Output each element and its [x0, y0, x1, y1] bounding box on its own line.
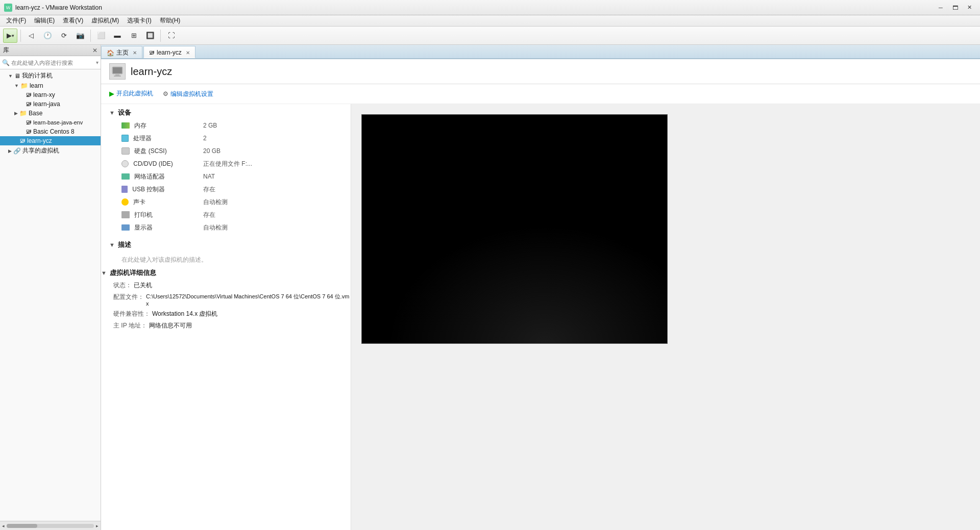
vm-title-area: learn-ycz [101, 59, 980, 84]
sidebar-search-bar: 🔍 ▾ [0, 56, 101, 69]
vm-body: ▼ 设备 内存 2 GB [101, 104, 980, 531]
folder-icon: 📁 [19, 110, 27, 117]
sidebar-scrollbar: ◂ ▸ [0, 521, 101, 530]
scroll-thumb[interactable] [7, 524, 37, 528]
scroll-left-arrow[interactable]: ◂ [2, 523, 5, 528]
sidebar-item-basic-centos-8[interactable]: ▶ 🖳 Basic Centos 8 [0, 127, 101, 136]
toolbar-view2[interactable]: ▬ [110, 29, 125, 43]
toolbar-separator-1 [20, 30, 21, 42]
search-dropdown-icon[interactable]: ▾ [96, 60, 99, 65]
tab-learn-ycz-close[interactable]: ✕ [186, 50, 190, 56]
expand-arrow: ▼ [14, 83, 19, 88]
toolbar-view4[interactable]: 🔲 [143, 29, 157, 43]
vm-detail-header[interactable]: ▼ 虚拟机详细信息 [101, 268, 351, 280]
memory-icon [121, 122, 130, 129]
tab-home-close[interactable]: ✕ [133, 50, 137, 56]
sidebar-item-base[interactable]: ▶ 📁 Base [0, 109, 101, 118]
titlebar-left: W learn-ycz - VMware Workstation [4, 4, 102, 12]
play-dropdown-icon: ▾ [12, 33, 14, 38]
toolbar-back[interactable]: ◁ [24, 29, 38, 43]
tree-label: learn-ycz [27, 137, 52, 144]
device-name-sound: 声卡 [133, 198, 145, 206]
sidebar-item-learn-java[interactable]: ▶ 🖳 learn-java [0, 99, 101, 109]
device-name-disk: 硬盘 (SCSI) [134, 147, 166, 155]
sidebar-item-learn[interactable]: ▼ 📁 learn [0, 81, 101, 90]
sidebar-item-learn-ycz[interactable]: ▶ 🖳 learn-ycz [0, 136, 101, 145]
menu-edit[interactable]: 编辑(E) [30, 15, 59, 26]
toolbar-snapshot2[interactable]: 📷 [73, 29, 87, 43]
toolbar-fullscreen[interactable]: ⛶ [164, 29, 178, 43]
snapshot2-icon: 📷 [76, 32, 85, 39]
sidebar-title: 库 [3, 46, 9, 55]
edit-vm-label: 编辑虚拟机设置 [170, 90, 213, 98]
device-row-sound: 声卡 自动检测 [101, 196, 351, 209]
device-row-disk: 硬盘 (SCSI) 20 GB [101, 145, 351, 158]
tab-learn-ycz[interactable]: 🖳 learn-ycz ✕ [143, 46, 195, 58]
titlebar: W learn-ycz - VMware Workstation ─ 🗖 ✕ [0, 0, 980, 15]
compat-label: 硬件兼容性： [113, 310, 150, 318]
sidebar-item-learn-base-java-env[interactable]: ▶ 🖳 learn-base-java-env [0, 118, 101, 127]
sidebar-item-learn-xy[interactable]: ▶ 🖳 learn-xy [0, 90, 101, 99]
view2-icon: ▬ [114, 32, 120, 39]
network-icon [121, 173, 130, 180]
tree-label: learn-java [33, 100, 60, 108]
sidebar: 库 ✕ 🔍 ▾ ▼ 🖥 我的计算机 ▼ 📁 learn ▶ 🖳 [0, 45, 101, 530]
sidebar-item-my-computer[interactable]: ▼ 🖥 我的计算机 [0, 70, 101, 81]
device-value-disk: 20 GB [183, 145, 351, 158]
menu-vm[interactable]: 虚拟机(M) [87, 15, 123, 26]
expand-arrow: ▼ [8, 73, 13, 79]
toolbar-clock[interactable]: 🕐 [40, 29, 55, 43]
device-value-cpu: 2 [183, 132, 351, 145]
devices-collapse-icon: ▼ [109, 110, 115, 116]
maximize-button[interactable]: 🗖 [948, 3, 962, 13]
tree-label: Base [29, 110, 42, 117]
scroll-right-arrow[interactable]: ▸ [96, 523, 99, 528]
device-panel: ▼ 设备 内存 2 GB [101, 104, 351, 531]
device-value-sound: 自动检测 [183, 196, 351, 209]
device-name-cd: CD/DVD (IDE) [133, 160, 173, 167]
play-button[interactable]: ▶ ▾ [3, 29, 17, 43]
menu-tabs[interactable]: 选项卡(I) [123, 15, 155, 26]
sidebar-item-shared[interactable]: ▶ 🔗 共享的虚拟机 [0, 145, 101, 156]
minimize-button[interactable]: ─ [934, 3, 947, 13]
sidebar-header: 库 ✕ [0, 45, 101, 56]
view4-icon: 🔲 [146, 32, 155, 39]
device-value-display: 自动检测 [183, 221, 351, 234]
menu-file[interactable]: 文件(F) [2, 15, 30, 26]
sidebar-close-button[interactable]: ✕ [92, 47, 97, 54]
devices-section-header[interactable]: ▼ 设备 [101, 104, 351, 119]
desc-collapse-icon: ▼ [109, 242, 115, 248]
svg-rect-1 [115, 74, 119, 75]
vm-screen[interactable] [361, 114, 668, 344]
detail-row-state: 状态： 已关机 [101, 280, 351, 291]
tab-home[interactable]: 🏠 主页 ✕ [101, 46, 142, 58]
state-value: 已关机 [134, 281, 152, 290]
tree-label: Basic Centos 8 [33, 128, 75, 135]
vm-detail-section: ▼ 虚拟机详细信息 状态： 已关机 配置文件： C:\Users\12572\D… [101, 268, 351, 332]
toolbar-view3[interactable]: ⊞ [127, 29, 141, 43]
cd-icon [121, 160, 129, 167]
printer-icon [121, 211, 130, 218]
toolbar-separator-3 [160, 30, 161, 42]
toolbar: ▶ ▾ ◁ 🕐 ⟳ 📷 ⬜ ▬ ⊞ 🔲 ⛶ [0, 27, 980, 45]
device-row-print: 打印机 存在 [101, 209, 351, 221]
edit-vm-button[interactable]: ⚙ 编辑虚拟机设置 [163, 89, 213, 99]
menu-help[interactable]: 帮助(H) [156, 15, 185, 26]
desc-section-header[interactable]: ▼ 描述 [101, 236, 351, 251]
vm-screen-area [351, 104, 980, 531]
search-input[interactable] [11, 60, 96, 66]
tree-label: 共享的虚拟机 [22, 146, 59, 155]
device-value-net: NAT [183, 170, 351, 183]
start-vm-button[interactable]: ▶ 开启此虚拟机 [109, 88, 153, 99]
device-value-cd: 正在使用文件 F:... [183, 158, 351, 170]
device-value-memory: 2 GB [183, 119, 351, 132]
vm-icon: 🖳 [26, 128, 32, 135]
config-label: 配置文件： [113, 293, 144, 307]
detail-collapse-icon: ▼ [101, 270, 107, 276]
close-button[interactable]: ✕ [963, 3, 976, 13]
toolbar-snapshot1[interactable]: ⟳ [57, 29, 71, 43]
computer-icon: 🖥 [14, 72, 20, 80]
menu-view[interactable]: 查看(V) [59, 15, 87, 26]
toolbar-view1[interactable]: ⬜ [94, 29, 108, 43]
sound-icon [121, 198, 129, 206]
